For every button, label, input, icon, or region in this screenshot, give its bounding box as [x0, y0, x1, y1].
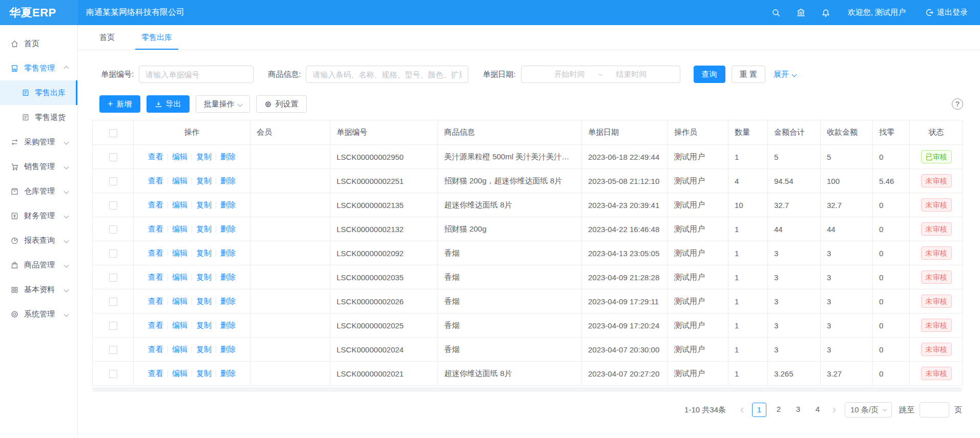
row-checkbox[interactable] [109, 298, 117, 306]
row-action-copy[interactable]: 复制 [196, 224, 212, 233]
row-action-delete[interactable]: 删除 [220, 321, 236, 329]
platform-icon[interactable] [796, 8, 806, 17]
row-checkbox[interactable] [109, 322, 117, 330]
cell-qty: 1 [728, 362, 768, 386]
batch-actions-button[interactable]: 批量操作 [196, 95, 250, 113]
bill-no-input[interactable] [139, 66, 254, 83]
row-checkbox[interactable] [109, 225, 117, 234]
row-action-delete[interactable]: 删除 [220, 297, 236, 305]
row-action-copy[interactable]: 复制 [196, 152, 212, 161]
row-action-copy[interactable]: 复制 [196, 176, 212, 185]
row-action-delete[interactable]: 删除 [220, 369, 236, 378]
row-action-edit[interactable]: 编辑 [172, 273, 187, 281]
action-separator [168, 250, 168, 257]
sidebar-item-retail-out[interactable]: 零售出库 [0, 80, 77, 105]
table-row: 查看编辑复制删除LSCK00000002092香烟2023-04-13 23:0… [93, 241, 963, 265]
row-action-view[interactable]: 查看 [148, 345, 163, 353]
row-action-edit[interactable]: 编辑 [172, 176, 187, 185]
cell-bill-no: LSCK00000002035 [330, 265, 438, 289]
row-action-copy[interactable]: 复制 [196, 321, 212, 329]
page-button-4[interactable]: 4 [810, 403, 825, 417]
row-action-view[interactable]: 查看 [148, 176, 163, 185]
goods-info-input[interactable] [306, 66, 468, 83]
row-action-view[interactable]: 查看 [148, 369, 163, 378]
row-action-view[interactable]: 查看 [148, 248, 163, 257]
sidebar-item-system[interactable]: 系统管理 [0, 302, 77, 326]
sidebar-item-sales[interactable]: 销售管理 [0, 154, 77, 179]
cell-total: 3 [768, 338, 821, 362]
row-action-delete[interactable]: 删除 [220, 176, 236, 185]
export-button[interactable]: 导出 [147, 95, 190, 113]
add-button[interactable]: +新增 [99, 95, 140, 113]
date-range-input[interactable]: 开始时间 ~ 结束时间 [521, 66, 680, 83]
search-icon[interactable] [772, 8, 781, 17]
tab-home[interactable]: 首页 [97, 25, 117, 50]
prev-page-button[interactable] [737, 403, 749, 417]
row-action-view[interactable]: 查看 [148, 224, 163, 233]
tab-retail-out[interactable]: 零售出库 [139, 25, 174, 50]
expand-link[interactable]: 展开 [774, 70, 796, 79]
sidebar-item-basic[interactable]: 基本资料 [0, 277, 77, 302]
next-page-button[interactable] [827, 403, 840, 417]
row-action-edit[interactable]: 编辑 [172, 297, 187, 305]
sidebar-item-retail-return[interactable]: 零售退货 [0, 105, 77, 130]
chevron-down-icon [64, 311, 69, 317]
table-row: 查看编辑复制删除LSCK00000002132招财猫 200g2023-04-2… [93, 217, 963, 241]
row-action-view[interactable]: 查看 [148, 273, 163, 281]
row-action-edit[interactable]: 编辑 [172, 200, 187, 209]
row-action-delete[interactable]: 删除 [220, 152, 236, 161]
row-action-view[interactable]: 查看 [148, 321, 163, 329]
row-action-copy[interactable]: 复制 [196, 369, 212, 378]
row-action-delete[interactable]: 删除 [220, 273, 236, 281]
row-checkbox[interactable] [109, 370, 117, 378]
row-action-copy[interactable]: 复制 [196, 248, 212, 257]
sidebar-item-goods[interactable]: 商品管理 [0, 253, 77, 277]
row-action-view[interactable]: 查看 [148, 152, 163, 161]
row-action-delete[interactable]: 删除 [220, 248, 236, 257]
row-action-view[interactable]: 查看 [148, 200, 163, 209]
row-action-edit[interactable]: 编辑 [172, 321, 187, 329]
row-action-copy[interactable]: 复制 [196, 345, 212, 353]
row-action-edit[interactable]: 编辑 [172, 224, 187, 233]
sidebar-item-purchase[interactable]: 采购管理 [0, 130, 77, 154]
sidebar-item-warehouse[interactable]: 仓库管理 [0, 179, 77, 203]
row-checkbox[interactable] [109, 201, 117, 210]
row-checkbox[interactable] [109, 249, 117, 258]
sidebar-item-reports[interactable]: 报表查询 [0, 228, 77, 253]
notification-bell-icon[interactable] [821, 8, 830, 17]
sidebar-item-finance[interactable]: 财务管理 [0, 203, 77, 228]
row-checkbox[interactable] [109, 177, 117, 185]
row-action-copy[interactable]: 复制 [196, 273, 212, 281]
sidebar-item-retail[interactable]: 零售管理 [0, 56, 77, 80]
row-checkbox[interactable] [109, 274, 117, 282]
row-action-copy[interactable]: 复制 [196, 200, 212, 209]
search-button[interactable]: 查询 [694, 66, 725, 83]
row-action-edit[interactable]: 编辑 [172, 369, 187, 378]
row-action-edit[interactable]: 编辑 [172, 248, 187, 257]
select-all-checkbox[interactable] [109, 129, 117, 137]
cell-date: 2023-04-23 20:39:41 [582, 193, 668, 217]
page-button-3[interactable]: 3 [791, 403, 805, 417]
row-action-edit[interactable]: 编辑 [172, 345, 187, 353]
row-action-delete[interactable]: 删除 [220, 224, 236, 233]
row-checkbox[interactable] [109, 153, 117, 161]
reset-button[interactable]: 重 置 [732, 66, 765, 83]
sidebar-item-home[interactable]: 首页 [0, 31, 77, 56]
row-checkbox[interactable] [109, 346, 117, 354]
cell-member [251, 145, 330, 169]
page-button-2[interactable]: 2 [772, 403, 786, 417]
row-action-view[interactable]: 查看 [148, 297, 163, 305]
row-action-delete[interactable]: 删除 [220, 200, 236, 209]
jump-input[interactable] [920, 402, 949, 418]
page-button-1[interactable]: 1 [752, 403, 766, 417]
horizontal-scrollbar[interactable] [92, 387, 962, 392]
logout-button[interactable]: 退出登录 [925, 8, 968, 17]
cell-bill-no: LSCK00000002135 [330, 193, 438, 217]
warehouse-box-icon [10, 187, 19, 196]
help-icon[interactable]: ? [952, 98, 963, 110]
row-action-delete[interactable]: 删除 [220, 345, 236, 353]
page-size-select[interactable]: 10 条/页 [845, 402, 892, 418]
column-settings-button[interactable]: 列设置 [256, 95, 307, 113]
row-action-edit[interactable]: 编辑 [172, 152, 187, 161]
row-action-copy[interactable]: 复制 [196, 297, 212, 305]
